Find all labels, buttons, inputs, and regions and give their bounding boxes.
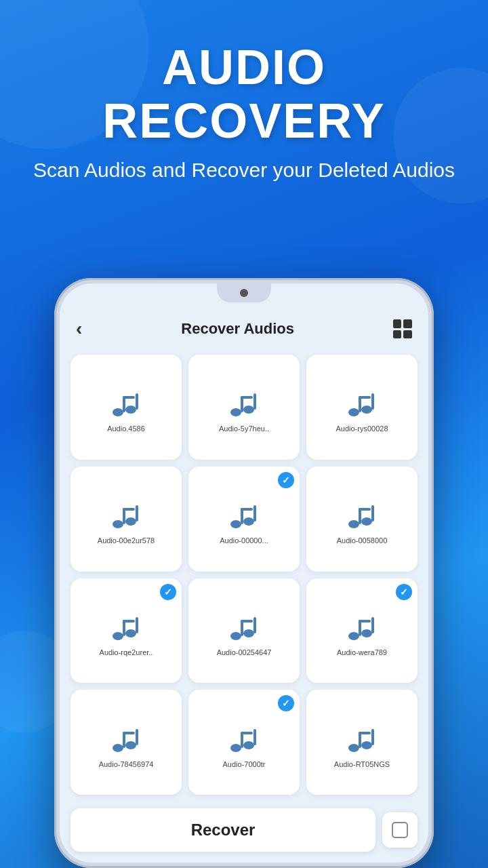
audio-filename: Audio-00254647 <box>217 648 272 656</box>
svg-rect-14 <box>371 393 374 410</box>
svg-point-23 <box>243 517 254 526</box>
svg-point-43 <box>361 629 372 637</box>
svg-point-8 <box>243 406 254 414</box>
audio-filename: Audio-RT05NGS <box>334 760 390 768</box>
audio-item[interactable]: Audio-78456974 <box>70 690 182 795</box>
mute-button <box>54 373 55 403</box>
svg-rect-39 <box>253 617 256 633</box>
audio-item[interactable]: Audio-7000tr✓ <box>188 690 300 795</box>
audio-item[interactable]: Audio-00e2ur578 <box>70 467 182 572</box>
music-note-icon <box>106 384 146 425</box>
audio-filename: Audio-rqe2urer.. <box>100 648 153 656</box>
back-button[interactable]: ‹ <box>76 318 82 340</box>
svg-point-40 <box>348 632 359 640</box>
svg-point-28 <box>361 517 372 526</box>
svg-rect-59 <box>371 729 374 745</box>
check-badge: ✓ <box>278 695 294 711</box>
select-all-button[interactable] <box>382 812 418 848</box>
audio-grid: Audio.4586 Audio-5y7heu.. Audio-rys00028 <box>60 348 428 802</box>
subtitle: Scan Audios and Recover your Deleted Aud… <box>27 156 461 184</box>
front-camera <box>240 289 248 297</box>
svg-point-35 <box>230 632 241 640</box>
svg-rect-24 <box>253 505 256 521</box>
app-title: Recover Audios <box>181 320 294 338</box>
svg-point-33 <box>125 629 136 637</box>
audio-filename: Audio-78456974 <box>99 760 154 768</box>
svg-point-0 <box>113 408 123 416</box>
check-badge: ✓ <box>160 584 176 600</box>
grid-icon-cell <box>393 319 402 328</box>
svg-point-10 <box>348 408 359 416</box>
svg-rect-17 <box>123 508 135 511</box>
audio-item[interactable]: Audio-5y7heu.. <box>188 355 300 460</box>
phone-notch <box>217 283 271 302</box>
music-note-icon <box>106 719 146 760</box>
audio-filename: Audio.4586 <box>107 425 145 433</box>
grid-icon-cell <box>403 330 412 339</box>
music-note-icon <box>224 384 264 425</box>
music-note-icon <box>224 719 264 760</box>
phone-screen: ‹ Recover Audios Audio.4586 <box>60 283 428 863</box>
svg-point-30 <box>113 632 123 640</box>
grid-icon-cell <box>393 330 402 339</box>
music-note-icon <box>342 496 382 536</box>
audio-item[interactable]: Audio.4586 <box>70 355 182 460</box>
checkbox-icon <box>390 821 409 840</box>
app-header: ‹ Recover Audios <box>60 307 428 348</box>
svg-point-18 <box>125 517 136 526</box>
music-note-icon <box>224 608 264 648</box>
svg-rect-9 <box>253 393 256 410</box>
volume-down-button <box>54 461 55 498</box>
music-note-icon <box>106 496 146 536</box>
svg-point-50 <box>230 744 241 752</box>
music-note-icon <box>342 719 382 760</box>
phone-mockup: ‹ Recover Audios Audio.4586 <box>54 278 434 868</box>
audio-item[interactable]: Audio-rqe2urer..✓ <box>70 578 182 684</box>
svg-rect-32 <box>123 620 135 623</box>
svg-point-58 <box>361 741 372 749</box>
recover-button[interactable]: Recover <box>70 808 375 852</box>
audio-filename: Audio-00e2ur578 <box>98 536 155 545</box>
svg-rect-57 <box>359 732 371 734</box>
svg-point-3 <box>125 406 136 414</box>
grid-icon-cell <box>403 319 412 328</box>
header-section: AUDIO RECOVERY Scan Audios and Recover y… <box>0 0 488 198</box>
main-title: AUDIO RECOVERY <box>27 41 461 148</box>
svg-point-48 <box>125 741 136 749</box>
svg-rect-54 <box>253 729 256 745</box>
svg-rect-44 <box>371 617 374 633</box>
audio-filename: Audio-7000tr <box>223 760 266 768</box>
audio-item[interactable]: Audio-rys00028 <box>306 355 418 460</box>
audio-item[interactable]: Audio-00000...✓ <box>188 467 300 572</box>
svg-point-55 <box>348 744 359 752</box>
audio-filename: Audio-5y7heu.. <box>219 425 269 433</box>
svg-point-13 <box>361 406 372 414</box>
svg-rect-7 <box>241 396 253 399</box>
svg-rect-2 <box>123 396 135 399</box>
svg-rect-27 <box>359 508 371 511</box>
check-badge: ✓ <box>278 472 294 488</box>
svg-rect-49 <box>136 729 138 745</box>
audio-item[interactable]: Audio-wera789✓ <box>306 578 418 684</box>
audio-item[interactable]: Audio-0058000 <box>306 467 418 572</box>
svg-point-45 <box>113 744 123 752</box>
grid-view-button[interactable] <box>393 319 412 338</box>
audio-filename: Audio-00000... <box>220 536 268 545</box>
svg-rect-52 <box>241 732 253 734</box>
audio-filename: Audio-wera789 <box>337 648 387 656</box>
svg-rect-19 <box>136 505 138 521</box>
app-content: ‹ Recover Audios Audio.4586 <box>60 307 428 863</box>
svg-point-5 <box>230 408 241 416</box>
music-note-icon <box>224 496 264 536</box>
svg-point-38 <box>243 629 254 637</box>
power-button <box>433 400 434 448</box>
svg-point-15 <box>113 520 123 528</box>
audio-filename: Audio-0058000 <box>337 536 388 545</box>
svg-point-20 <box>230 520 241 528</box>
svg-rect-4 <box>136 393 138 410</box>
svg-rect-34 <box>136 617 138 633</box>
audio-filename: Audio-rys00028 <box>336 425 388 433</box>
audio-item[interactable]: Audio-00254647 <box>188 578 300 684</box>
audio-item[interactable]: Audio-RT05NGS <box>306 690 418 795</box>
bottom-bar: Recover <box>60 802 428 863</box>
